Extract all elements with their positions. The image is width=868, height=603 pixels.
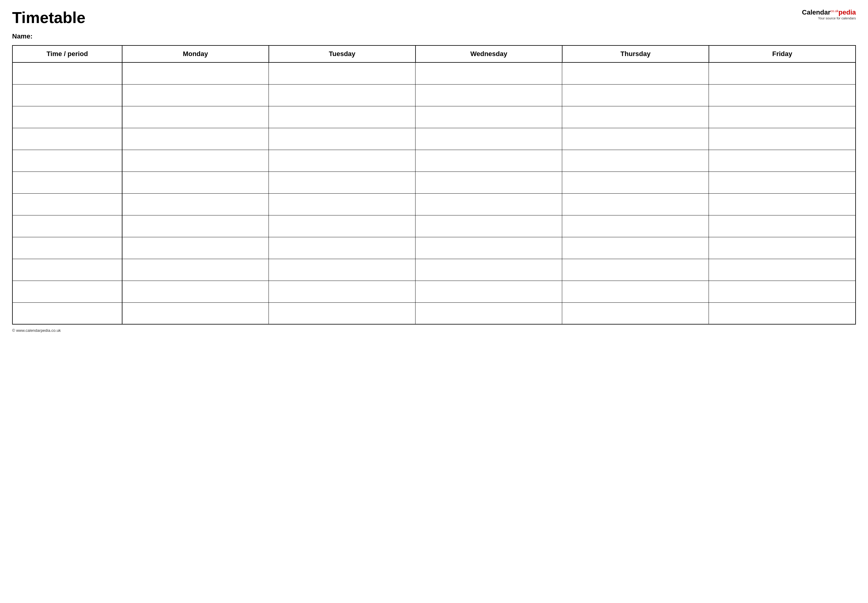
table-cell[interactable] <box>709 150 856 172</box>
table-cell[interactable] <box>562 84 709 106</box>
table-row <box>12 281 856 302</box>
table-cell[interactable] <box>416 281 562 302</box>
table-row <box>12 106 856 128</box>
table-cell[interactable] <box>269 150 416 172</box>
timetable: Time / period Monday Tuesday Wednesday T… <box>12 45 856 325</box>
table-cell[interactable] <box>12 215 122 237</box>
table-cell[interactable] <box>122 62 269 84</box>
table-cell[interactable] <box>122 128 269 150</box>
table-row <box>12 302 856 324</box>
table-cell[interactable] <box>269 84 416 106</box>
table-cell[interactable] <box>269 128 416 150</box>
table-cell[interactable] <box>416 259 562 281</box>
table-cell[interactable] <box>12 237 122 259</box>
table-cell[interactable] <box>709 193 856 215</box>
table-cell[interactable] <box>416 62 562 84</box>
table-cell[interactable] <box>122 259 269 281</box>
table-cell[interactable] <box>12 172 122 193</box>
footer-url: www.calendarpedia.co.uk <box>16 328 60 333</box>
table-cell[interactable] <box>269 172 416 193</box>
table-cell[interactable] <box>709 302 856 324</box>
table-cell[interactable] <box>122 215 269 237</box>
table-cell[interactable] <box>12 193 122 215</box>
table-cell[interactable] <box>12 259 122 281</box>
table-cell[interactable] <box>562 215 709 237</box>
table-row <box>12 172 856 193</box>
table-cell[interactable] <box>269 237 416 259</box>
table-cell[interactable] <box>122 150 269 172</box>
table-cell[interactable] <box>562 62 709 84</box>
table-row <box>12 259 856 281</box>
table-cell[interactable] <box>269 215 416 237</box>
logo-couk: co.uk <box>831 9 838 13</box>
table-cell[interactable] <box>416 302 562 324</box>
table-cell[interactable] <box>269 62 416 84</box>
table-cell[interactable] <box>416 106 562 128</box>
table-cell[interactable] <box>122 193 269 215</box>
table-row <box>12 128 856 150</box>
table-cell[interactable] <box>416 193 562 215</box>
table-cell[interactable] <box>416 215 562 237</box>
table-cell[interactable] <box>12 150 122 172</box>
table-cell[interactable] <box>122 84 269 106</box>
table-cell[interactable] <box>709 172 856 193</box>
table-cell[interactable] <box>709 62 856 84</box>
col-tuesday: Tuesday <box>269 45 416 62</box>
logo-subtitle: Your source for calendars <box>818 16 856 20</box>
table-cell[interactable] <box>562 259 709 281</box>
table-cell[interactable] <box>709 215 856 237</box>
table-cell[interactable] <box>122 281 269 302</box>
table-cell[interactable] <box>416 150 562 172</box>
col-friday: Friday <box>709 45 856 62</box>
table-cell[interactable] <box>12 281 122 302</box>
table-cell[interactable] <box>709 84 856 106</box>
table-cell[interactable] <box>562 172 709 193</box>
table-cell[interactable] <box>562 281 709 302</box>
table-cell[interactable] <box>122 302 269 324</box>
table-row <box>12 193 856 215</box>
table-cell[interactable] <box>269 281 416 302</box>
table-row <box>12 215 856 237</box>
table-cell[interactable] <box>709 128 856 150</box>
table-cell[interactable] <box>269 106 416 128</box>
table-cell[interactable] <box>12 62 122 84</box>
table-cell[interactable] <box>269 259 416 281</box>
logo-pedia: co.ukpedia <box>831 8 856 16</box>
table-cell[interactable] <box>562 302 709 324</box>
table-cell[interactable] <box>12 84 122 106</box>
logo-container: Calendarco.ukpedia Your source for calen… <box>802 9 856 20</box>
footer: © www.calendarpedia.co.uk <box>12 328 856 333</box>
table-cell[interactable] <box>122 237 269 259</box>
table-cell[interactable] <box>562 150 709 172</box>
table-cell[interactable] <box>12 106 122 128</box>
table-row <box>12 62 856 84</box>
table-cell[interactable] <box>416 84 562 106</box>
table-cell[interactable] <box>269 302 416 324</box>
timetable-body <box>12 62 856 324</box>
table-cell[interactable] <box>122 172 269 193</box>
table-cell[interactable] <box>709 106 856 128</box>
table-cell[interactable] <box>122 106 269 128</box>
table-cell[interactable] <box>709 237 856 259</box>
table-cell[interactable] <box>416 237 562 259</box>
table-cell[interactable] <box>416 172 562 193</box>
col-time-period: Time / period <box>12 45 122 62</box>
table-cell[interactable] <box>416 128 562 150</box>
table-cell[interactable] <box>562 237 709 259</box>
table-row <box>12 84 856 106</box>
table-cell[interactable] <box>269 193 416 215</box>
table-cell[interactable] <box>12 302 122 324</box>
table-cell[interactable] <box>709 281 856 302</box>
table-cell[interactable] <box>562 193 709 215</box>
table-cell[interactable] <box>709 259 856 281</box>
logo-calendar: Calendar <box>802 8 831 16</box>
col-wednesday: Wednesday <box>416 45 562 62</box>
table-cell[interactable] <box>562 128 709 150</box>
table-cell[interactable] <box>12 128 122 150</box>
name-label: Name: <box>12 32 856 40</box>
table-row <box>12 237 856 259</box>
page-title: Timetable <box>12 9 85 26</box>
table-cell[interactable] <box>562 106 709 128</box>
table-header-row: Time / period Monday Tuesday Wednesday T… <box>12 45 856 62</box>
page-header: Timetable Calendarco.ukpedia Your source… <box>12 9 856 26</box>
